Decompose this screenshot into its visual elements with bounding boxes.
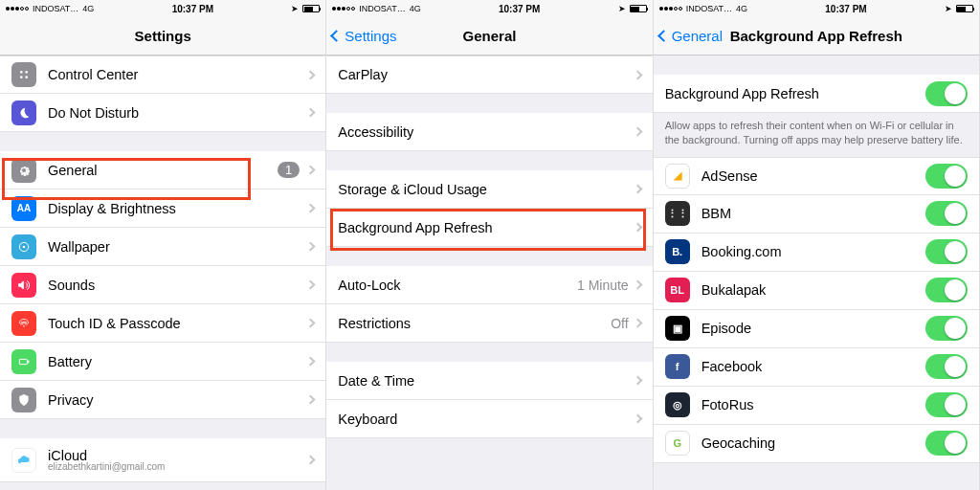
row-date-time[interactable]: Date & Time <box>326 362 652 400</box>
battery-icon <box>11 349 36 374</box>
row-app-booking-com[interactable]: B.Booking.com <box>654 234 979 272</box>
back-button[interactable]: General <box>659 28 723 44</box>
row-detail: Off <box>611 316 628 331</box>
row-label: Do Not Disturb <box>48 105 307 121</box>
row-background-app-refresh[interactable]: Background App Refresh <box>326 209 652 247</box>
chevron-right-icon <box>306 319 316 328</box>
svg-point-4 <box>22 168 26 172</box>
wallpaper-icon <box>11 234 36 259</box>
row-app-fotorus[interactable]: ◎FotoRus <box>654 387 979 425</box>
chevron-right-icon <box>306 395 316 405</box>
chevron-right-icon <box>306 204 316 213</box>
svg-point-2 <box>20 76 23 78</box>
row-label: Restrictions <box>338 316 611 331</box>
back-label: Settings <box>345 28 396 44</box>
app-icon: BL <box>665 278 690 302</box>
row-privacy[interactable]: Privacy <box>0 381 325 419</box>
chevron-left-icon <box>657 30 670 42</box>
row-label: AdSense <box>702 168 925 184</box>
row-accessibility[interactable]: Accessibility <box>326 113 652 151</box>
row-display-brightness[interactable]: AA Display & Brightness <box>0 189 325 228</box>
chevron-right-icon <box>633 319 642 328</box>
row-label: Battery <box>48 354 307 369</box>
row-wallpaper[interactable]: Wallpaper <box>0 228 325 266</box>
status-time: 10:37 PM <box>499 4 540 14</box>
row-label: Date & Time <box>338 373 634 389</box>
row-app-bbm[interactable]: ⋮⋮BBM <box>654 195 979 234</box>
back-label: General <box>672 28 723 44</box>
row-label: Facebook <box>702 359 925 374</box>
nav-header: General Background App Refresh <box>654 17 979 56</box>
badge: 1 <box>278 162 300 178</box>
toggle-switch[interactable] <box>925 81 968 106</box>
row-label: FotoRus <box>702 397 925 412</box>
row-carplay[interactable]: CarPlay <box>326 56 652 94</box>
row-sounds[interactable]: Sounds <box>0 266 325 304</box>
app-icon: ▣ <box>665 316 690 341</box>
chevron-right-icon <box>306 70 316 79</box>
row-icloud[interactable]: iCloud elizabethkartini@gmail.com <box>0 438 325 482</box>
status-bar: INDOSAT… 4G 10:37 PM ➤ <box>0 0 325 17</box>
toggle-switch[interactable] <box>925 239 968 264</box>
sounds-icon <box>11 273 36 298</box>
back-button[interactable]: Settings <box>332 28 396 44</box>
toggle-switch[interactable] <box>925 431 968 456</box>
status-bar: INDOSAT… 4G 10:37 PM ➤ <box>326 0 652 17</box>
app-icon: G <box>665 431 690 456</box>
screen-bg-app-refresh: INDOSAT… 4G 10:37 PM ➤ General Backgroun… <box>654 0 980 490</box>
chevron-right-icon <box>306 166 316 175</box>
row-app-geocaching[interactable]: GGeocaching <box>654 425 979 463</box>
chevron-right-icon <box>633 414 642 424</box>
screen-settings: INDOSAT… 4G 10:37 PM ➤ Settings Control … <box>0 0 326 490</box>
chevron-right-icon <box>306 280 316 290</box>
row-label: Sounds <box>48 278 307 293</box>
control-center-icon <box>11 62 36 87</box>
app-icon: B. <box>665 239 690 264</box>
toggle-switch[interactable] <box>925 316 968 341</box>
page-title: Settings <box>135 28 191 44</box>
battery-icon <box>302 5 320 12</box>
status-bar: INDOSAT… 4G 10:37 PM ➤ <box>654 0 979 17</box>
toggle-switch[interactable] <box>925 354 968 379</box>
chevron-right-icon <box>633 280 642 290</box>
row-storage[interactable]: Storage & iCloud Usage <box>326 170 652 209</box>
carrier-label: INDOSAT… <box>359 4 405 13</box>
row-detail: 1 Minute <box>577 278 629 293</box>
row-auto-lock[interactable]: Auto-Lock 1 Minute <box>326 266 652 304</box>
icloud-icon <box>11 448 36 473</box>
page-title: General <box>463 28 517 44</box>
gear-icon <box>11 158 36 183</box>
row-app-adsense[interactable]: ◢AdSense <box>654 157 979 195</box>
row-control-center[interactable]: Control Center <box>0 56 325 94</box>
display-icon: AA <box>11 196 36 221</box>
row-restrictions[interactable]: Restrictions Off <box>326 304 652 343</box>
row-app-bukalapak[interactable]: BLBukalapak <box>654 272 979 310</box>
toggle-switch[interactable] <box>925 164 968 189</box>
toggle-switch[interactable] <box>925 278 968 302</box>
row-master-toggle[interactable]: Background App Refresh <box>654 75 979 113</box>
chevron-right-icon <box>633 127 642 137</box>
row-app-episode[interactable]: ▣Episode <box>654 310 979 348</box>
toggle-switch[interactable] <box>925 392 968 417</box>
row-label: CarPlay <box>338 67 634 82</box>
row-general[interactable]: General 1 <box>0 151 325 189</box>
row-touchid-passcode[interactable]: Touch ID & Passcode <box>0 304 325 343</box>
toggle-switch[interactable] <box>925 201 968 226</box>
row-label: Keyboard <box>338 412 634 427</box>
row-subtitle: elizabethkartini@gmail.com <box>48 461 307 472</box>
screen-general: INDOSAT… 4G 10:37 PM ➤ Settings General … <box>326 0 653 490</box>
carrier-label: INDOSAT… <box>33 4 78 13</box>
row-do-not-disturb[interactable]: Do Not Disturb <box>0 94 325 132</box>
row-label: BBM <box>702 206 925 221</box>
row-label: Bukalapak <box>702 282 925 298</box>
row-label: Background App Refresh <box>338 220 634 235</box>
row-label: Auto-Lock <box>338 278 577 293</box>
row-keyboard[interactable]: Keyboard <box>326 400 652 438</box>
row-app-facebook[interactable]: fFacebook <box>654 348 979 387</box>
row-label: Wallpaper <box>48 239 307 255</box>
row-label: Episode <box>702 321 925 336</box>
row-battery[interactable]: Battery <box>0 343 325 381</box>
carrier-label: INDOSAT… <box>686 4 732 13</box>
location-icon: ➤ <box>945 4 952 13</box>
chevron-right-icon <box>306 242 316 252</box>
